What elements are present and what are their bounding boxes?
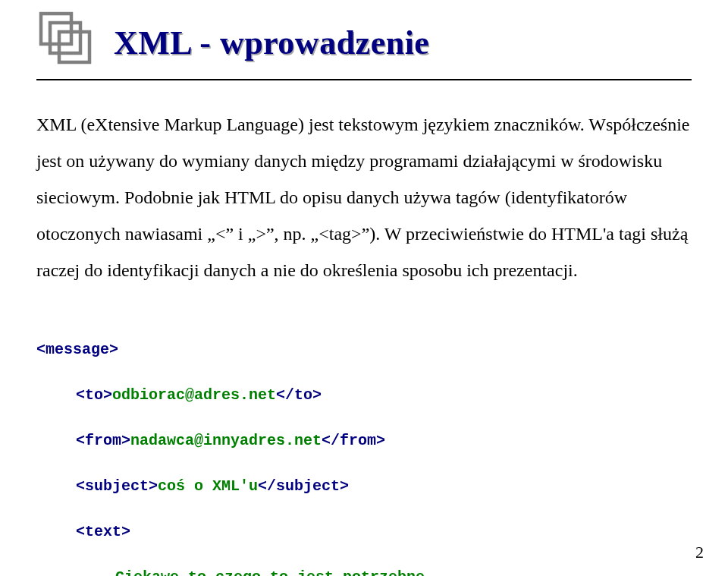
svg-rect-1 (50, 23, 80, 53)
svg-rect-0 (41, 14, 71, 44)
code-text: Ciekawe to czego to jest potrzebne. (115, 568, 434, 576)
code-tag: </subject> (258, 477, 349, 495)
code-tag: <to> (76, 386, 112, 404)
code-example: <message> <to>odbiorac@adres.net</to> <f… (36, 316, 692, 576)
svg-rect-2 (59, 32, 89, 62)
body-paragraph: XML (eXtensive Markup Language) jest tek… (36, 106, 692, 288)
code-tag: <message> (36, 341, 118, 358)
code-tag: <text> (76, 523, 130, 540)
slide-title: XML - wprowadzenie (114, 24, 429, 62)
code-tag: <from> (76, 432, 130, 449)
logo-icon (36, 9, 96, 71)
code-tag: </to> (276, 386, 322, 404)
code-text: coś o XML'u (158, 477, 258, 495)
code-text: nadawca@innyadres.net (130, 432, 322, 449)
code-tag: <subject> (76, 477, 158, 495)
title-underline (36, 79, 692, 80)
code-text: odbiorac@adres.net (112, 386, 276, 404)
code-tag: </from> (322, 432, 385, 449)
page-number: 2 (695, 543, 704, 562)
